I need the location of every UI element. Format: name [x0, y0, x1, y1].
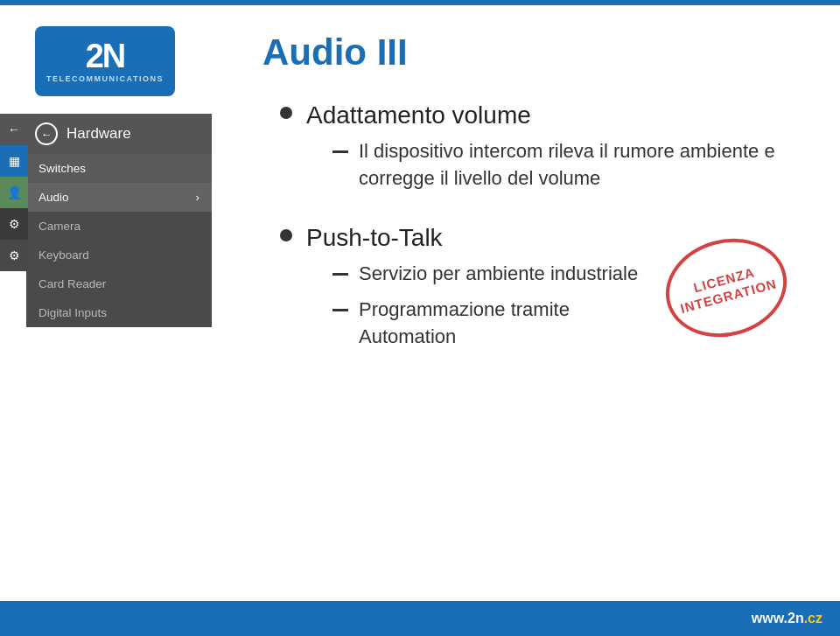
icon-tools[interactable]: ⚙ [0, 208, 28, 240]
hardware-label: Hardware [66, 125, 131, 143]
bullet-item-2: Push-to-Talk Servizio per ambiente indus… [280, 222, 665, 365]
icon-settings[interactable]: ⚙ [0, 240, 28, 271]
sub-items-1: Il dispositivo intercom rileva il rumore… [332, 138, 805, 192]
sub-item-2-2: Programmazione tramite Automation [332, 297, 665, 351]
license-stamp: LICENZA INTEGRATION [665, 240, 788, 336]
icon-person[interactable]: 👤 [0, 177, 28, 208]
menu-item-audio[interactable]: Audio › [26, 183, 212, 212]
menu-item-label: Switches [38, 162, 86, 175]
sub-items-2: Servizio per ambiente industriale Progra… [332, 261, 665, 350]
menu-item-label: Audio [38, 191, 69, 204]
bullet-item-1: Adattamento volume Il dispositivo interc… [280, 100, 805, 206]
menu-item-digital-inputs[interactable]: Digital Inputs [26, 298, 212, 327]
bullet-text-2: Push-to-Talk [306, 222, 665, 254]
sidebar: ← ▦ 👤 ⚙ ⚙ ← Hardware Switches Audio › Ca… [0, 114, 212, 601]
main-content: Audio III Adattamento volume Il disposit… [219, 5, 840, 596]
menu-item-keyboard[interactable]: Keyboard [26, 241, 212, 269]
menu-item-label: Card Reader [38, 277, 106, 290]
menu-item-label: Digital Inputs [38, 306, 107, 319]
ptalk-content: Push-to-Talk Servizio per ambiente indus… [280, 222, 665, 381]
icon-strip: ← ▦ 👤 ⚙ ⚙ [0, 114, 26, 271]
logo-brand: 2N [86, 39, 125, 73]
bullet-text-1: Adattamento volume [306, 100, 805, 131]
sub-dash-2-1 [332, 273, 348, 276]
sub-dash-2-2 [332, 309, 348, 311]
sidebar-content: ← Hardware Switches Audio › Camera Keybo… [26, 114, 212, 327]
icon-back[interactable]: ← [0, 114, 28, 145]
footer-domain: .cz [804, 611, 822, 626]
sub-text-2-2: Programmazione tramite Automation [359, 297, 665, 351]
ptalk-row: Push-to-Talk Servizio per ambiente indus… [280, 222, 805, 381]
chevron-icon: › [196, 191, 200, 204]
menu-item-card-reader[interactable]: Card Reader [26, 269, 212, 298]
sub-item-2-1: Servizio per ambiente industriale [332, 261, 665, 288]
hardware-header[interactable]: ← Hardware [26, 114, 212, 154]
menu-item-switches[interactable]: Switches [26, 154, 212, 183]
content-body: Adattamento volume Il dispositivo interc… [262, 100, 805, 381]
footer-bar: www.2n.cz [0, 601, 840, 636]
menu-item-label: Camera [38, 220, 80, 233]
icon-chart[interactable]: ▦ [0, 145, 28, 177]
sub-text-2-1: Servizio per ambiente industriale [359, 261, 638, 288]
sub-text-1-1: Il dispositivo intercom rileva il rumore… [359, 138, 805, 192]
logo-box: 2N TELECOMMUNICATIONS [35, 26, 175, 96]
logo-area: 2N TELECOMMUNICATIONS [18, 17, 192, 105]
menu-list: Switches Audio › Camera Keyboard Card Re… [26, 154, 212, 327]
page-title: Audio III [262, 31, 805, 73]
menu-item-camera[interactable]: Camera [26, 212, 212, 241]
footer-url-text: www.2n [752, 611, 804, 626]
back-button[interactable]: ← [35, 122, 58, 145]
sub-dash [332, 150, 348, 153]
bullet-dot-1 [280, 107, 292, 119]
stamp-circle: LICENZA INTEGRATION [654, 226, 798, 350]
logo-subtitle: TELECOMMUNICATIONS [46, 74, 164, 83]
sub-item-1-1: Il dispositivo intercom rileva il rumore… [332, 138, 805, 192]
bullet-dot-2 [280, 229, 292, 241]
footer-url: www.2n.cz [752, 611, 822, 626]
menu-item-label: Keyboard [38, 248, 89, 262]
